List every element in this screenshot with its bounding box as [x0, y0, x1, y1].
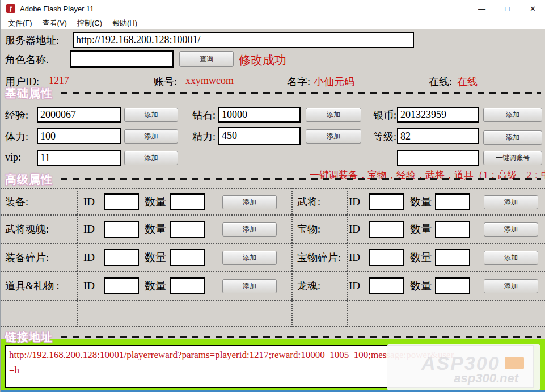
id-label: ID — [83, 196, 95, 208]
general-soul-label: 武将魂魄: — [5, 222, 49, 236]
silver-add-button[interactable]: 添加 — [483, 108, 542, 122]
dragon-soul-row-content: ID 数量 添加 — [347, 271, 545, 300]
silver-input[interactable] — [397, 107, 479, 123]
id-label: ID — [349, 251, 360, 264]
qty-label: 数量 — [145, 279, 166, 293]
treasure-label: 宝物: — [297, 222, 320, 236]
link-section-header: 链接地址 — [5, 330, 541, 344]
equip-shard-row-content: ID 数量 添加 — [77, 243, 291, 271]
exp-input[interactable] — [37, 107, 121, 123]
diamond-input[interactable] — [218, 107, 301, 123]
item-gift-row-content: ID 数量 添加 — [77, 271, 291, 300]
equip-shard-add-button[interactable]: 添加 — [222, 251, 277, 265]
general-soul-qty-input[interactable] — [170, 221, 205, 238]
asp300-watermark: ASP300 asp300.net — [387, 344, 540, 390]
vip-add-button[interactable]: 添加 — [124, 151, 178, 165]
id-label: ID — [349, 196, 360, 208]
server-address-label: 服务器地址: — [5, 33, 59, 47]
general-soul-id-input[interactable] — [104, 221, 139, 238]
minimize-button[interactable]: — — [469, 0, 495, 17]
general-add-button[interactable]: 添加 — [484, 195, 538, 209]
general-id-input[interactable] — [369, 193, 404, 210]
energy-input[interactable] — [218, 127, 301, 145]
diamond-label: 钻石: — [192, 108, 216, 122]
maximize-button[interactable]: □ — [495, 0, 520, 17]
menu-bar: 文件(F) 查看(V) 控制(C) 帮助(H) — [1, 17, 545, 29]
id-label: ID — [83, 223, 95, 235]
advanced-section-header: 高级属性 — [5, 172, 541, 187]
account-value: xxymwcom — [185, 75, 234, 87]
server-address-input[interactable] — [73, 32, 414, 48]
empty-cell — [1, 300, 77, 327]
onekey-account-input[interactable] — [397, 150, 479, 166]
qty-label: 数量 — [145, 250, 166, 265]
treasure-shard-row-label-cell: 宝物碎片: — [291, 243, 347, 271]
item-gift-label: 道具&礼物 : — [5, 279, 60, 293]
qty-label: 数量 — [410, 195, 432, 209]
treasure-id-input[interactable] — [369, 221, 404, 238]
flash-player-icon: f — [6, 4, 15, 13]
silver-label: 银币: — [373, 108, 396, 122]
dashed-divider — [61, 178, 541, 180]
role-name-input[interactable] — [70, 50, 174, 68]
item-gift-id-input[interactable] — [104, 277, 139, 294]
menu-file[interactable]: 文件(F) — [8, 18, 32, 28]
vip-input[interactable] — [37, 150, 121, 166]
qty-label: 数量 — [410, 250, 432, 265]
equip-shard-qty-input[interactable] — [170, 249, 205, 266]
id-label: ID — [349, 223, 360, 235]
exp-label: 经验: — [5, 108, 28, 122]
qty-label: 数量 — [410, 279, 432, 293]
treasure-shard-id-input[interactable] — [369, 249, 404, 266]
empty-cell — [291, 300, 347, 327]
main-content: 服务器地址: 角色名称. 查询 修改成功 用户ID: 1217 账号: xxym… — [1, 29, 545, 392]
qty-label: 数量 — [145, 195, 166, 209]
window-controls: — □ ✕ — [469, 0, 545, 17]
equip-add-button[interactable]: 添加 — [222, 195, 277, 209]
role-name-label: 角色名称. — [5, 53, 49, 66]
dragon-soul-id-input[interactable] — [369, 277, 404, 294]
dragon-soul-add-button[interactable]: 添加 — [484, 279, 538, 293]
watermark-badge — [505, 357, 524, 369]
treasure-shard-add-button[interactable]: 添加 — [484, 251, 538, 265]
equip-id-input[interactable] — [104, 193, 139, 210]
item-gift-row-label-cell: 道具&礼物 : — [1, 271, 77, 300]
level-add-button[interactable]: 添加 — [483, 130, 542, 145]
advanced-section-title: 高级属性 — [5, 172, 53, 187]
energy-label: 精力: — [192, 130, 216, 144]
treasure-shard-label: 宝物碎片: — [297, 251, 341, 264]
menu-help[interactable]: 帮助(H) — [112, 18, 137, 28]
qty-label: 数量 — [145, 222, 166, 237]
energy-add-button[interactable]: 添加 — [306, 129, 361, 144]
menu-view[interactable]: 查看(V) — [43, 18, 67, 28]
id-label: ID — [83, 280, 95, 292]
level-input[interactable] — [397, 128, 479, 144]
exp-add-button[interactable]: 添加 — [124, 108, 178, 122]
title-bar: f Adobe Flash Player 11 — □ ✕ — [1, 0, 545, 17]
close-button[interactable]: ✕ — [520, 0, 545, 17]
general-soul-row-content: ID 数量 添加 — [77, 214, 291, 243]
treasure-row-label-cell: 宝物: — [291, 214, 347, 243]
query-button[interactable]: 查询 — [179, 51, 234, 67]
item-gift-add-button[interactable]: 添加 — [222, 279, 277, 293]
item-gift-qty-input[interactable] — [170, 277, 205, 294]
dashed-divider — [61, 92, 541, 94]
dragon-soul-label: 龙魂: — [297, 279, 320, 293]
stamina-add-button[interactable]: 添加 — [124, 129, 178, 144]
stamina-input[interactable] — [37, 128, 121, 144]
link-section-title: 链接地址 — [5, 330, 53, 345]
menu-control[interactable]: 控制(C) — [77, 18, 102, 28]
general-soul-add-button[interactable]: 添加 — [222, 222, 277, 237]
treasure-add-button[interactable]: 添加 — [484, 222, 538, 237]
treasure-shard-qty-input[interactable] — [435, 249, 470, 266]
diamond-add-button[interactable]: 添加 — [306, 108, 361, 122]
bottom-blue-bar — [1, 390, 545, 392]
equip-shard-label: 装备碎片: — [5, 251, 49, 264]
equip-shard-id-input[interactable] — [104, 249, 139, 266]
status-message: 修改成功 — [239, 52, 286, 68]
general-qty-input[interactable] — [435, 193, 470, 210]
onekey-account-button[interactable]: 一键调账号 — [483, 151, 542, 165]
dragon-soul-qty-input[interactable] — [435, 277, 470, 294]
treasure-qty-input[interactable] — [435, 221, 470, 238]
equip-qty-input[interactable] — [170, 193, 205, 210]
